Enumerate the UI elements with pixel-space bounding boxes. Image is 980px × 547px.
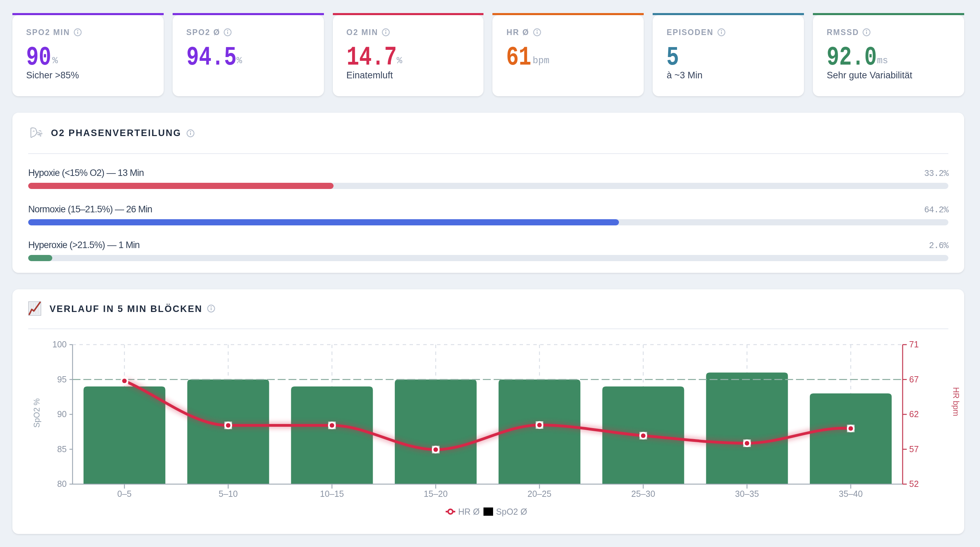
svg-text:HR bpm: HR bpm <box>951 387 960 416</box>
svg-text:SpO2 %: SpO2 % <box>32 398 41 427</box>
svg-text:10–15: 10–15 <box>320 488 344 498</box>
svg-text:80: 80 <box>57 479 67 488</box>
svg-text:30–35: 30–35 <box>735 488 759 498</box>
svg-text:67: 67 <box>909 374 919 384</box>
svg-text:SpO2 Ø: SpO2 Ø <box>496 506 527 516</box>
svg-text:25–30: 25–30 <box>631 488 655 498</box>
svg-text:52: 52 <box>909 479 919 488</box>
svg-text:62: 62 <box>909 409 919 419</box>
svg-text:35–40: 35–40 <box>839 488 863 498</box>
svg-text:20–25: 20–25 <box>528 488 552 498</box>
svg-text:71: 71 <box>909 339 919 349</box>
svg-text:100: 100 <box>52 339 67 349</box>
svg-text:85: 85 <box>57 444 67 453</box>
svg-text:0–5: 0–5 <box>117 488 132 498</box>
svg-text:90: 90 <box>57 409 67 419</box>
svg-text:5–10: 5–10 <box>219 488 238 498</box>
svg-text:15–20: 15–20 <box>424 488 448 498</box>
svg-text:95: 95 <box>57 374 67 384</box>
svg-text:57: 57 <box>909 444 919 453</box>
svg-text:HR Ø: HR Ø <box>458 506 480 516</box>
